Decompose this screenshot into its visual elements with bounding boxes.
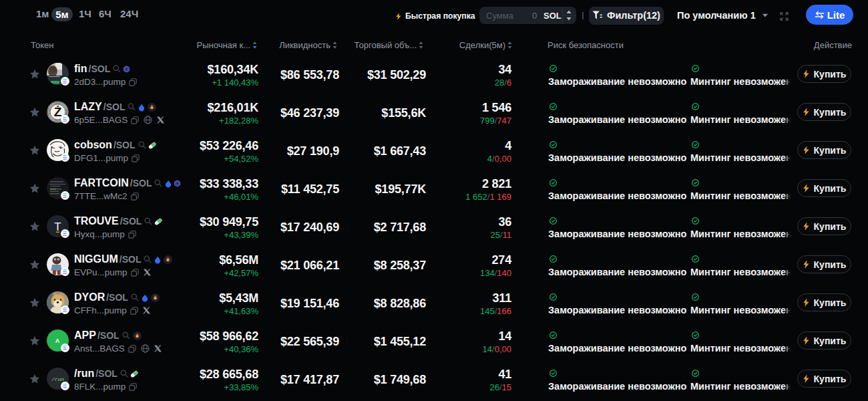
svg-text:A: A [55,338,60,344]
